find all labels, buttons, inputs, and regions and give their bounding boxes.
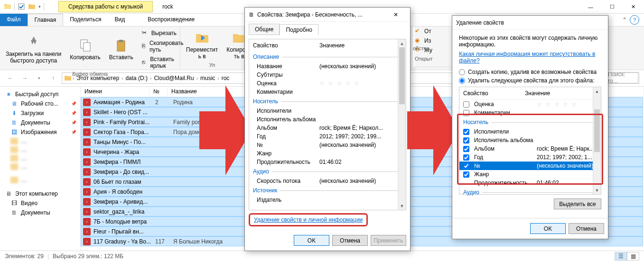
- sidebar-documents[interactable]: 🗎Документы📌: [0, 118, 80, 127]
- paste-button[interactable]: Вставить: [107, 28, 135, 70]
- tab-share[interactable]: Поделиться: [63, 14, 108, 26]
- audio-file-icon: ♪: [83, 188, 91, 196]
- checkbox[interactable]: [463, 110, 469, 116]
- forward-button[interactable]: →: [19, 72, 30, 84]
- sidebar-item[interactable]: ....: [0, 154, 80, 162]
- file-name: Земфира - Аривид...: [93, 198, 155, 205]
- sidebar-videos[interactable]: 🎞Видео: [0, 198, 80, 208]
- qat-checkbox-icon[interactable]: [18, 3, 25, 10]
- download-icon: ⬇: [10, 109, 18, 117]
- scroll-thumb[interactable]: [594, 109, 600, 152]
- copy-button[interactable]: Копировать: [68, 28, 103, 70]
- properties-peek: ойства: [413, 45, 429, 51]
- details-view-icon[interactable]: ☰: [615, 252, 627, 261]
- move-to-button[interactable]: Переместит ь в: [184, 28, 220, 61]
- close-button[interactable]: ✕: [385, 8, 406, 21]
- list-item-track[interactable]: №(несколько значений): [459, 162, 601, 170]
- sidebar-documents[interactable]: 🗎Документы: [0, 208, 80, 217]
- svg-marker-5: [199, 85, 252, 175]
- invert-button[interactable]: ◉Из: [413, 36, 456, 45]
- audio-file-icon: ♪: [83, 178, 91, 186]
- folder-icon[interactable]: [28, 3, 36, 10]
- sidebar-quick-access[interactable]: ★Быстрый доступ: [0, 90, 80, 99]
- sidebar-downloads[interactable]: ⬇Загрузки📌: [0, 108, 80, 118]
- scroll-down-icon[interactable]: ▼: [398, 202, 406, 210]
- list-item-comments[interactable]: Комментарии: [459, 108, 601, 117]
- list-item-genre[interactable]: Жанр: [459, 170, 601, 179]
- cancel-button[interactable]: Отмена: [332, 235, 368, 246]
- radio-remove-selected[interactable]: Удалить следующие свойства для этого фай…: [459, 76, 601, 85]
- tab-home[interactable]: Главная: [28, 14, 64, 26]
- ok-button[interactable]: OK: [294, 235, 329, 246]
- remove-properties-link[interactable]: Удаление свойств и личной информации: [253, 216, 364, 224]
- up-button[interactable]: ↑: [47, 72, 59, 84]
- checkbox[interactable]: [463, 171, 469, 178]
- pin-quickaccess-button[interactable]: Закрепить на панели быстрого доступа: [4, 28, 63, 70]
- checkbox[interactable]: [463, 137, 469, 144]
- scrollbar[interactable]: ▲ ▼: [593, 87, 601, 194]
- radio-create-copy[interactable]: Создать копию, удалив все возможные свой…: [459, 68, 601, 76]
- rating-stars[interactable]: ☆ ☆ ☆ ☆ ☆: [319, 80, 402, 87]
- folder-icon: [4, 3, 11, 10]
- recent-dropdown[interactable]: ▾: [33, 72, 45, 84]
- close-button[interactable]: ✕: [623, 0, 644, 14]
- audio-file-icon: ♪: [83, 198, 91, 206]
- list-item-duration[interactable]: Продолжительность01:46:02: [459, 179, 601, 187]
- icons-view-icon[interactable]: ▦: [627, 252, 639, 261]
- check-icon: ✔: [415, 27, 422, 35]
- music-tools-tab[interactable]: Средства работы с музыкой: [58, 1, 153, 12]
- apply-button: Применить: [371, 235, 406, 246]
- sidebar-thispc[interactable]: 🖥Этот компьютер: [0, 189, 80, 198]
- sidebar-pictures[interactable]: 🖼Изображения📌: [0, 127, 80, 137]
- column-name[interactable]: Имени: [81, 87, 149, 97]
- video-icon: 🎞: [10, 199, 18, 207]
- tab-playback[interactable]: Воспроизведение: [141, 14, 201, 26]
- scroll-up-icon[interactable]: ▲: [398, 39, 406, 47]
- sidebar-item[interactable]: ....: [0, 176, 80, 184]
- checkbox[interactable]: [463, 163, 469, 169]
- scroll-thumb[interactable]: [399, 47, 405, 104]
- folder-icon: [64, 74, 72, 82]
- audio-file-icon: ♪: [83, 128, 91, 136]
- annotation-arrow: [199, 85, 252, 175]
- ok-button[interactable]: OK: [530, 223, 566, 234]
- list-item-album[interactable]: Альбомrock; Время Ё; Нарк...: [459, 144, 601, 153]
- scroll-up-icon[interactable]: ▲: [593, 87, 601, 95]
- checkbox[interactable]: [463, 129, 469, 135]
- sidebar-desktop[interactable]: 🖥Рабочий сто...📌: [0, 99, 80, 108]
- info-link[interactable]: Какая личная информация может присутство…: [459, 51, 601, 68]
- checkbox[interactable]: [463, 154, 469, 161]
- scrollbar[interactable]: ▲ ▼: [398, 39, 406, 210]
- collapse-ribbon-icon[interactable]: ⌃: [622, 17, 627, 23]
- sidebar-item[interactable]: ....: [0, 162, 80, 171]
- window-title: rock: [162, 3, 173, 10]
- column-num[interactable]: №: [149, 87, 168, 97]
- cancel-button[interactable]: Отмена: [569, 223, 604, 234]
- list-item-year[interactable]: Год2012; 1997; 2002; 1...: [459, 153, 601, 162]
- sidebar-item[interactable]: ....: [0, 145, 80, 154]
- file-name: Чичерина - Жара: [93, 149, 155, 155]
- select-all-button[interactable]: Выделить все: [554, 198, 601, 209]
- qat-dropdown-icon[interactable]: ▾: [38, 4, 41, 9]
- select-button[interactable]: ✔От: [413, 27, 456, 36]
- radio-input[interactable]: [459, 69, 465, 75]
- checkbox[interactable]: [463, 146, 469, 152]
- minimize-button[interactable]: —: [580, 0, 601, 14]
- sidebar-item[interactable]: ....: [0, 137, 80, 145]
- radio-input[interactable]: [459, 78, 465, 84]
- list-item-album-artist[interactable]: Исполнитель альбома: [459, 136, 601, 144]
- maximize-button[interactable]: ☐: [601, 0, 623, 14]
- list-item-artists[interactable]: Исполнители: [459, 127, 601, 136]
- tab-general[interactable]: Общие: [249, 24, 280, 35]
- tab-file[interactable]: Файл: [0, 14, 28, 26]
- help-icon[interactable]: ?: [630, 15, 639, 25]
- header-property: Свойство: [253, 42, 319, 49]
- scroll-down-icon[interactable]: ▼: [593, 186, 601, 194]
- properties-dialog: 🗎 Свойства: Земфира - Бесконечность, ...…: [244, 7, 411, 251]
- list-item-rating[interactable]: Оценка☆ ☆ ☆ ☆ ☆: [459, 100, 601, 108]
- checkbox[interactable]: [463, 101, 469, 108]
- header-value: Значение: [319, 42, 345, 49]
- tab-details[interactable]: Подробно: [280, 24, 318, 36]
- back-button[interactable]: ←: [5, 72, 16, 84]
- tab-view[interactable]: Вид: [108, 14, 131, 26]
